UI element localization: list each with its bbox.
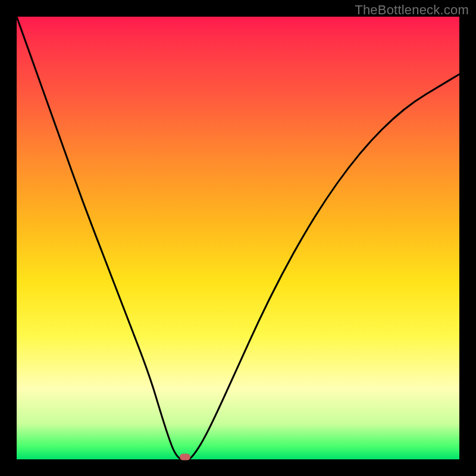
watermark-text: TheBottleneck.com: [355, 2, 469, 18]
bottleneck-curve: [17, 17, 459, 459]
chart-frame: TheBottleneck.com: [0, 0, 476, 476]
optimal-point-marker: [180, 454, 190, 461]
